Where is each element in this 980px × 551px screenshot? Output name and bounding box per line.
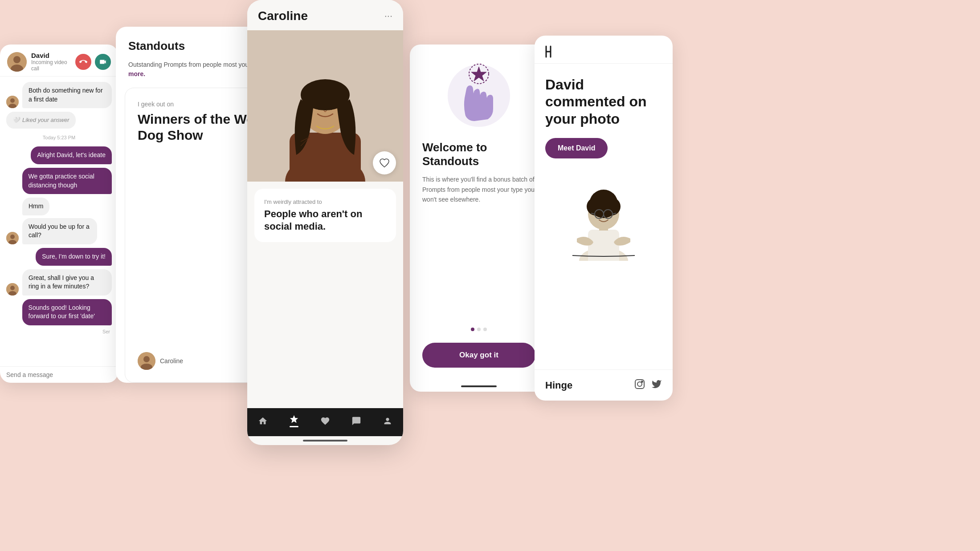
message-bubble: Great, shall I give you a ring in a few … <box>22 269 112 296</box>
more-options-button[interactable]: ··· <box>384 10 392 22</box>
svg-point-38 <box>637 382 642 386</box>
welcome-card: Welcome to Standouts This is where you'l… <box>410 45 548 381</box>
svg-point-22 <box>328 105 334 110</box>
like-overlay-button[interactable] <box>373 151 396 174</box>
contact-status: Incoming video call <box>31 59 71 72</box>
message-status: Ser <box>6 329 112 334</box>
profile-prompt-text: People who aren't on social media. <box>264 208 386 232</box>
message-bubble: Would you be up for a call? <box>22 218 97 244</box>
card-person-name: Caroline <box>160 357 183 365</box>
twitter-icon[interactable] <box>651 379 662 392</box>
video-call-button[interactable] <box>95 54 111 70</box>
message-bubble: Hmm <box>22 198 49 215</box>
profile-photo <box>247 30 403 182</box>
standouts-title: Standouts <box>128 39 185 53</box>
nav-profile-icon[interactable] <box>383 416 392 426</box>
nav-chat-icon[interactable] <box>351 416 361 426</box>
profile-prompt-card: I'm weirdly attracted to People who aren… <box>254 189 396 242</box>
contact-name: David <box>31 52 71 59</box>
notification-header <box>535 36 673 64</box>
list-item: Both do something new for a first date <box>6 82 112 108</box>
chat-input[interactable] <box>6 371 112 378</box>
notification-title: David commented on your photo <box>545 76 662 127</box>
notification-panel: David commented on your photo Meet David <box>535 36 673 401</box>
svg-point-1 <box>13 56 20 63</box>
dot-2 <box>477 328 481 331</box>
svg-point-7 <box>10 235 15 239</box>
okay-got-it-button[interactable]: Okay got it <box>422 343 535 368</box>
message-avatar <box>6 232 19 244</box>
active-indicator <box>290 426 298 427</box>
svg-point-10 <box>10 286 15 290</box>
notification-content: David commented on your photo Meet David <box>535 64 673 369</box>
contact-avatar <box>7 52 27 72</box>
liked-message: 🤍 Liked your answer <box>6 112 76 129</box>
svg-point-21 <box>317 105 322 110</box>
pagination-dots <box>422 328 535 331</box>
chat-input-area <box>0 366 118 383</box>
hinge-logo-icon <box>543 45 558 59</box>
nav-heart-icon[interactable] <box>320 416 330 426</box>
message-bubble: Sounds good! Looking forward to our firs… <box>22 299 112 325</box>
message-avatar <box>6 96 19 108</box>
welcome-title: Welcome to Standouts <box>422 141 535 168</box>
message-bubble: Both do something new for a first date <box>22 82 112 108</box>
chat-header: David Incoming video call <box>0 45 118 77</box>
welcome-panel: Welcome to Standouts This is where you'l… <box>410 45 548 392</box>
card-avatar <box>138 352 155 370</box>
scene: David Incoming video call <box>0 0 980 551</box>
chat-panel: David Incoming video call <box>0 45 118 383</box>
welcome-description: This is where you'll find a bonus batch … <box>422 174 535 320</box>
character-illustration <box>564 172 644 261</box>
list-item: Hmm Would you be up for a call? <box>6 198 112 244</box>
profile-prompt-label: I'm weirdly attracted to <box>264 199 386 205</box>
meet-david-button[interactable]: Meet David <box>545 138 608 158</box>
nav-star-icon[interactable] <box>289 414 299 427</box>
svg-point-13 <box>143 356 150 362</box>
dot-1 <box>471 328 474 331</box>
profile-name: Caroline <box>258 9 308 23</box>
chat-actions <box>75 54 111 70</box>
chat-header-info: David Incoming video call <box>31 52 71 72</box>
nav-home-icon[interactable] <box>258 416 268 426</box>
dot-3 <box>483 328 487 331</box>
svg-point-4 <box>10 98 15 103</box>
svg-point-39 <box>641 381 643 382</box>
timestamp: Today 5:23 PM <box>6 135 112 140</box>
svg-point-31 <box>603 198 621 215</box>
message-bubble: Sure, I'm down to try it! <box>36 248 112 266</box>
home-indicator <box>303 440 347 442</box>
message-avatar <box>6 283 19 296</box>
hinge-footer-logo: Hinge <box>545 380 572 391</box>
message-bubble: We gotta practice social distancing thou… <box>22 168 112 194</box>
chat-messages: Both do something new for a first date 🤍… <box>0 77 118 366</box>
notification-footer: Hinge <box>535 369 673 401</box>
profile-header: Caroline ··· <box>247 0 403 30</box>
profile-panel: Caroline ··· <box>247 0 403 445</box>
home-indicator <box>461 385 497 387</box>
decline-call-button[interactable] <box>75 54 91 70</box>
welcome-illustration <box>434 58 523 134</box>
profile-bottom-nav <box>247 408 403 436</box>
list-item: Great, shall I give you a ring in a few … <box>6 269 112 296</box>
instagram-icon[interactable] <box>634 379 645 392</box>
svg-point-30 <box>587 198 604 215</box>
social-icons <box>634 379 662 392</box>
message-bubble: Alright David, let's ideate <box>31 146 112 164</box>
